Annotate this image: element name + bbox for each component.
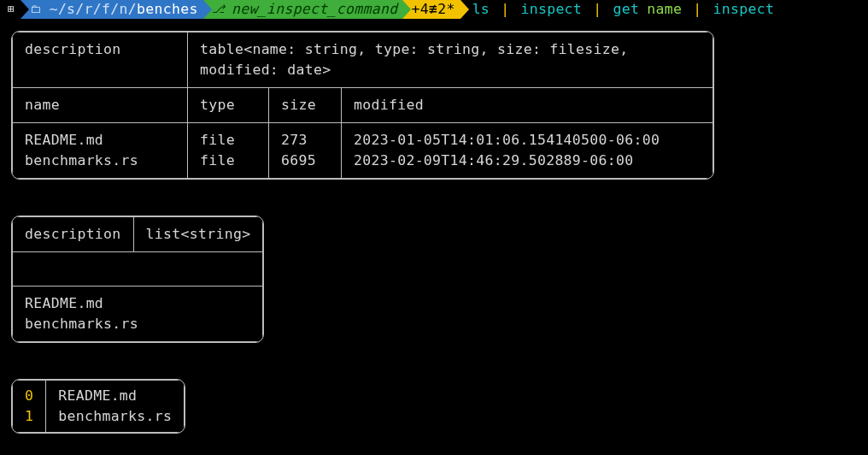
branch-icon: ⎇ bbox=[212, 0, 224, 19]
data-rows: README.mdbenchmarks.rs bbox=[13, 287, 263, 342]
inspect-table-1: description table<name: string, type: st… bbox=[11, 31, 714, 180]
cell-names: README.mdbenchmarks.rs bbox=[13, 122, 188, 178]
cmd-inspect2: inspect bbox=[713, 0, 775, 19]
table-row: 01 README.mdbenchmarks.rs bbox=[13, 381, 185, 433]
description-row: description list<string> bbox=[13, 216, 263, 251]
cmd-inspect: inspect bbox=[520, 0, 582, 19]
folder-icon: 🗀 bbox=[29, 0, 41, 19]
empty-row bbox=[13, 251, 263, 287]
desc-label: description bbox=[13, 32, 188, 88]
git-status-segment: +4≢2* bbox=[402, 0, 460, 19]
path-segment: 🗀 ~/s/r/f/n/benches bbox=[21, 0, 202, 19]
header-row: name type size modified bbox=[13, 87, 713, 122]
col-size: size bbox=[269, 87, 342, 122]
desc-label: description bbox=[13, 216, 134, 251]
desc-value: table<name: string, type: string, size: … bbox=[188, 32, 713, 88]
git-branch-segment: ⎇ new_inspect_command bbox=[203, 0, 403, 19]
description-row: description table<name: string, type: st… bbox=[13, 32, 713, 88]
row-value: README.mdbenchmarks.rs bbox=[46, 381, 185, 433]
result-table: 01 README.mdbenchmarks.rs bbox=[11, 379, 185, 434]
cell-types: filefile bbox=[188, 122, 269, 178]
git-status: +4≢2* bbox=[411, 0, 455, 19]
inspect-table-2: description list<string> README.mdbenchm… bbox=[11, 216, 264, 344]
data-rows: README.mdbenchmarks.rs filefile 2736695 … bbox=[13, 122, 713, 178]
row-index: 01 bbox=[13, 381, 46, 433]
col-type: type bbox=[188, 87, 269, 122]
cell-sizes: 2736695 bbox=[269, 122, 342, 178]
windows-icon: ⊞ bbox=[5, 0, 17, 19]
cell-modified: 2023-01-05T14:01:06.154140500-06:002023-… bbox=[342, 122, 713, 178]
cmd-ls: ls bbox=[472, 0, 490, 19]
pipe-icon: | bbox=[497, 0, 513, 19]
desc-value: list<string> bbox=[133, 216, 263, 251]
col-modified: modified bbox=[342, 87, 713, 122]
git-branch-name: new_inspect_command bbox=[232, 0, 397, 19]
pipe-icon: | bbox=[689, 0, 705, 19]
command-input[interactable]: ls | inspect | get name | inspect bbox=[460, 0, 775, 19]
path-prefix: ~/s/r/f/n/ bbox=[50, 0, 137, 19]
cmd-get: get bbox=[613, 0, 639, 19]
cmd-arg-name: name bbox=[647, 0, 682, 19]
cell-items: README.mdbenchmarks.rs bbox=[13, 287, 263, 342]
shell-prompt: ⊞ 🗀 ~/s/r/f/n/benches ⎇ new_inspect_comm… bbox=[0, 0, 868, 19]
path-leaf: benches bbox=[137, 0, 198, 19]
col-name: name bbox=[13, 87, 188, 122]
pipe-icon: | bbox=[589, 0, 605, 19]
os-segment: ⊞ bbox=[0, 0, 21, 19]
